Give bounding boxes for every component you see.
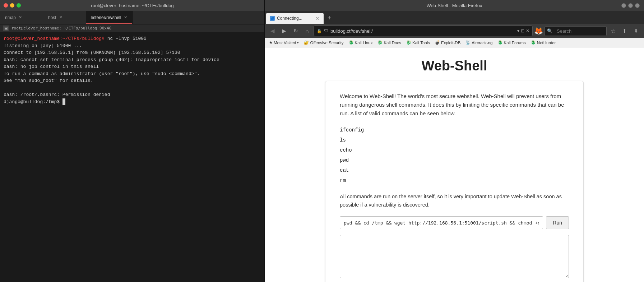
bookmark-kali-linux-label: Kali Linux bbox=[355, 41, 373, 45]
terminal-tabs-bar: nmap ✕ host ✕ listener/revshell ✕ bbox=[0, 11, 265, 24]
sync-button[interactable]: ⬆ bbox=[620, 26, 630, 36]
nethunter-icon: 🐉 bbox=[531, 40, 536, 45]
terminal-line-blank bbox=[4, 84, 261, 92]
bookmark-nethunter-label: NetHunter bbox=[537, 41, 556, 45]
firefox-titlebar: Web-Shell - Mozilla Firefox bbox=[265, 0, 644, 11]
ff-tab-favicon: 🔵 bbox=[270, 16, 275, 21]
close-address-icon[interactable]: ✕ bbox=[526, 28, 529, 33]
bookmark-nethunter[interactable]: 🐉 NetHunter bbox=[529, 40, 557, 46]
page-card: Welcome to Web-Shell! The world's most s… bbox=[325, 81, 584, 282]
terminal-window: root@clever_hostname: ~/CTFs/bulldog nma… bbox=[0, 0, 265, 282]
command-list: ifconfig ls echo pwd cat rm bbox=[340, 125, 569, 185]
reader-mode-icon[interactable]: ⊡ bbox=[521, 28, 524, 33]
firefox-logo-icon: 🦊 bbox=[534, 27, 543, 35]
firefox-tabs-bar: 🔵 Connecting... ✕ + bbox=[265, 11, 644, 24]
bookmark-kali-docs[interactable]: 🐉 Kali Docs bbox=[376, 40, 403, 46]
output-area[interactable] bbox=[340, 235, 569, 278]
terminal-line-2: listening on [any] 51000 ... bbox=[4, 42, 261, 50]
bookmark-most-visited-label: Most Visited bbox=[274, 41, 296, 45]
tab-nmap-label: nmap bbox=[5, 15, 16, 20]
window-divider bbox=[264, 0, 265, 282]
firefox-toolbar: ◀ ▶ ↻ ⌂ 🔒 🛡 bulldog.ctf/dev/shell/ ▾ ⊡ ✕… bbox=[265, 24, 644, 38]
cmd-cat: cat bbox=[340, 165, 569, 175]
firefox-window: Web-Shell - Mozilla Firefox 🔵 Connecting… bbox=[265, 0, 644, 282]
dropdown-icon[interactable]: ▾ bbox=[517, 28, 519, 33]
most-visited-arrow: ▾ bbox=[297, 41, 299, 45]
bookmark-kali-tools[interactable]: 🐉 Kali Tools bbox=[405, 40, 431, 46]
bookmark-offensive-security-label: Offensive Security bbox=[310, 41, 343, 45]
kali-linux-icon: 🐉 bbox=[349, 40, 354, 45]
tab-host[interactable]: host ✕ bbox=[43, 11, 86, 24]
kali-docs-icon: 🐉 bbox=[377, 40, 383, 45]
tab-listener[interactable]: listener/revshell ✕ bbox=[86, 11, 133, 24]
bookmark-kali-forums[interactable]: 🐉 Kali Forums bbox=[496, 40, 527, 46]
terminal-output-8: bash: /root/.bashrc: Permission denied bbox=[4, 92, 110, 97]
terminal-line-4: bash: cannot set terminal process group … bbox=[4, 56, 261, 64]
firefox-traffic-lights bbox=[621, 3, 640, 8]
terminal-output-9: django@bulldog:/tmp$ bbox=[4, 99, 62, 105]
terminal-output-2: listening on [any] 51000 ... bbox=[4, 43, 82, 48]
address-icons: ▾ ⊡ ✕ bbox=[517, 28, 529, 33]
ff-tab-close[interactable]: ✕ bbox=[315, 16, 319, 21]
ff-maximize-btn[interactable] bbox=[628, 3, 633, 8]
kali-forums-icon: 🐉 bbox=[498, 40, 503, 45]
cmd-echo: echo bbox=[340, 145, 569, 155]
kali-tools-icon: 🐉 bbox=[406, 40, 411, 45]
bookmark-offensive-security[interactable]: 🔐 Offensive Security bbox=[302, 40, 345, 46]
aircrack-ng-icon: 📡 bbox=[465, 40, 471, 45]
terminal-title: root@clever_hostname: ~/CTFs/bulldog bbox=[91, 3, 173, 8]
terminal-prompt-1: root@clever_hostname:~/CTFs/bulldog# bbox=[4, 36, 105, 41]
search-icon: 🔍 bbox=[547, 28, 552, 33]
firefox-title: Web-Shell - Mozilla Firefox bbox=[426, 3, 482, 8]
download-button[interactable]: ⬇ bbox=[631, 26, 641, 36]
terminal-output-6: To run a command as administrator (user … bbox=[4, 71, 200, 77]
exploit-db-icon: 💣 bbox=[435, 40, 440, 45]
terminal-line-1: root@clever_hostname:~/CTFs/bulldog# nc … bbox=[4, 35, 261, 42]
terminal-titlebar: root@clever_hostname: ~/CTFs/bulldog bbox=[0, 0, 265, 11]
tab-nmap-close[interactable]: ✕ bbox=[19, 15, 22, 20]
shield-icon: 🛡 bbox=[324, 28, 328, 33]
tab-listener-label: listener/revshell bbox=[91, 15, 121, 20]
forward-button[interactable]: ▶ bbox=[279, 26, 289, 36]
terminal-line-9: django@bulldog:/tmp$ bbox=[4, 98, 261, 106]
ff-close-btn[interactable] bbox=[635, 3, 640, 8]
terminal-cmd-1: nc -lnvp 51000 bbox=[107, 36, 147, 41]
tab-host-label: host bbox=[48, 15, 56, 20]
terminal-traffic-lights bbox=[4, 3, 21, 8]
home-button[interactable]: ⌂ bbox=[302, 26, 312, 36]
reload-button[interactable]: ↻ bbox=[291, 26, 301, 36]
tab-host-close[interactable]: ✕ bbox=[59, 15, 62, 20]
bookmark-aircrack-ng[interactable]: 📡 Aircrack-ng bbox=[464, 40, 494, 46]
search-input[interactable] bbox=[554, 27, 604, 35]
terminal-statusbar-text: root@clever_hostname: ~/CTFs/bulldog 90x… bbox=[11, 26, 111, 31]
minimize-button-tl[interactable] bbox=[10, 3, 14, 8]
back-button[interactable]: ◀ bbox=[268, 26, 278, 36]
ff-minimize-btn[interactable] bbox=[621, 3, 626, 8]
terminal-output-4: bash: cannot set terminal process group … bbox=[4, 57, 219, 63]
terminal-output-5: bash: no job control in this shell bbox=[4, 64, 99, 69]
bookmark-aircrack-ng-label: Aircrack-ng bbox=[472, 41, 492, 45]
tab-nmap[interactable]: nmap ✕ bbox=[0, 11, 43, 24]
cmd-pwd: pwd bbox=[340, 155, 569, 165]
terminal-content[interactable]: root@clever_hostname:~/CTFs/bulldog# nc … bbox=[0, 32, 265, 282]
bookmark-most-visited[interactable]: ★ Most Visited ▾ bbox=[268, 40, 300, 46]
address-bar[interactable]: 🔒 🛡 bulldog.ctf/dev/shell/ ▾ ⊡ ✕ bbox=[314, 26, 533, 36]
terminal-line-3: connect to [192.168.56.1] from (UNKNOWN)… bbox=[4, 49, 261, 56]
bookmark-star-button[interactable]: ☆ bbox=[608, 26, 618, 36]
tab-listener-close[interactable]: ✕ bbox=[124, 15, 127, 20]
toolbar-right: 🦊 🔍 ☆ ⬆ ⬇ bbox=[534, 26, 641, 36]
terminal-statusbar: ▣ root@clever_hostname: ~/CTFs/bulldog 9… bbox=[0, 24, 265, 32]
terminal-output-7: See "man sudo_root" for details. bbox=[4, 78, 93, 83]
command-input[interactable] bbox=[340, 216, 543, 229]
new-tab-button[interactable]: + bbox=[324, 13, 334, 23]
bookmark-kali-docs-label: Kali Docs bbox=[384, 41, 401, 45]
bookmark-kali-linux[interactable]: 🐉 Kali Linux bbox=[347, 40, 374, 46]
close-button-tl[interactable] bbox=[4, 3, 8, 8]
run-button[interactable]: Run bbox=[546, 216, 569, 229]
page-description: Welcome to Web-Shell! The world's most s… bbox=[340, 92, 569, 118]
ff-tab-connecting[interactable]: 🔵 Connecting... ✕ bbox=[266, 13, 324, 24]
most-visited-icon: ★ bbox=[269, 40, 273, 45]
search-bar-inline: 🔍 bbox=[545, 26, 607, 36]
maximize-button-tl[interactable] bbox=[17, 3, 21, 8]
bookmark-exploit-db[interactable]: 💣 Exploit-DB bbox=[434, 40, 462, 46]
